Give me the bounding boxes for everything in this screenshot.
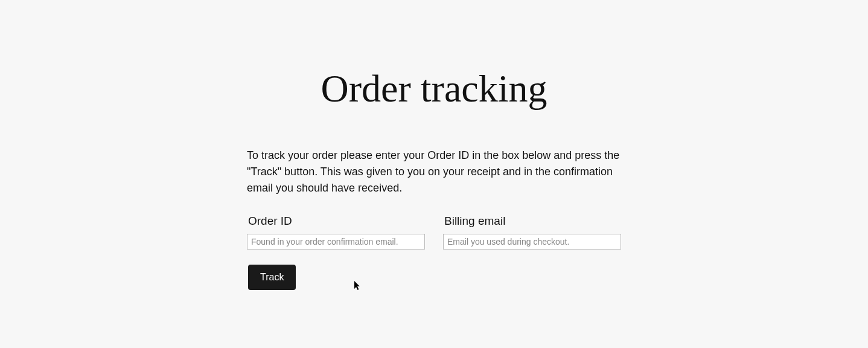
order-id-label: Order ID [247,214,425,228]
billing-email-label: Billing email [443,214,621,228]
order-id-input[interactable] [247,234,425,250]
order-tracking-container: Order tracking To track your order pleas… [247,0,621,290]
billing-email-group: Billing email [443,214,621,250]
tracking-description: To track your order please enter your Or… [247,147,621,196]
billing-email-input[interactable] [443,234,621,250]
order-id-group: Order ID [247,214,425,250]
track-button[interactable]: Track [248,265,296,290]
page-title: Order tracking [247,66,621,111]
form-row: Order ID Billing email [247,214,621,250]
